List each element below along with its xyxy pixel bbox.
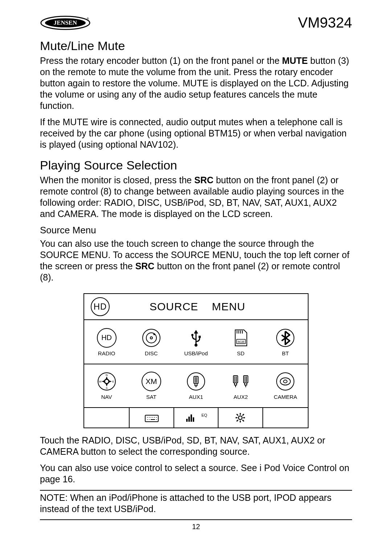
camera-icon — [275, 371, 295, 392]
mute-paragraph-2: If the MUTE wire is connected, audio out… — [40, 116, 352, 150]
svg-rect-32 — [195, 384, 197, 386]
svg-marker-21 — [106, 384, 108, 387]
svg-rect-61 — [193, 417, 194, 422]
svg-point-62 — [238, 416, 242, 420]
svg-rect-56 — [151, 419, 155, 420]
svg-text:E: E — [112, 380, 114, 383]
svg-rect-47 — [145, 415, 158, 422]
hd-badge-icon: HD — [91, 297, 110, 316]
svg-rect-59 — [188, 417, 190, 422]
svg-line-70 — [237, 420, 238, 421]
text: When the monitor is closed, press the — [40, 175, 194, 185]
svg-text:8GB: 8GB — [238, 340, 244, 344]
svg-point-49 — [149, 417, 150, 418]
source-label: BT — [282, 350, 289, 356]
svg-rect-9 — [199, 336, 201, 338]
svg-point-45 — [280, 378, 290, 385]
svg-point-10 — [195, 344, 197, 347]
svg-point-6 — [153, 333, 155, 335]
footer-button-eq[interactable]: EQ — [173, 408, 218, 428]
figure-title-text: SOURCE MENU — [150, 300, 245, 313]
svg-text:S: S — [106, 387, 107, 390]
compass-icon: N S W E — [97, 371, 117, 392]
svg-line-69 — [242, 414, 244, 416]
source-button-usb[interactable]: USB/iPod — [173, 320, 218, 364]
source-button-aux2[interactable]: AUX2 — [219, 364, 263, 407]
text: HD — [97, 328, 117, 348]
svg-line-67 — [237, 414, 238, 416]
eq-label: EQ — [201, 413, 207, 417]
bluetooth-icon — [275, 328, 295, 348]
source-button-camera[interactable]: CAMERA — [263, 364, 308, 407]
text-bold: SRC — [135, 261, 155, 271]
svg-point-44 — [277, 373, 294, 390]
text: XM — [142, 372, 161, 391]
note-rule-top — [40, 490, 352, 491]
source-button-disc[interactable]: DISC — [129, 320, 173, 364]
note-text: NOTE: When an iPod/iPhone is attached to… — [40, 492, 352, 514]
svg-point-46 — [283, 380, 287, 383]
source-label: AUX2 — [234, 394, 248, 400]
source-button-aux1[interactable]: AUX1 — [173, 364, 218, 407]
source-button-sat[interactable]: XM SAT — [129, 364, 173, 407]
svg-rect-60 — [191, 414, 192, 422]
svg-point-53 — [156, 417, 157, 418]
svg-text:N: N — [106, 373, 108, 377]
svg-rect-58 — [186, 419, 188, 422]
source-label: NAV — [101, 394, 112, 400]
source-paragraph-4: You can also use voice control to select… — [40, 462, 352, 485]
footer-button-settings[interactable] — [219, 408, 263, 428]
svg-point-57 — [156, 419, 157, 420]
source-label: USB/iPod — [184, 350, 208, 356]
svg-point-51 — [152, 417, 153, 418]
keyboard-icon — [144, 413, 159, 422]
svg-rect-42 — [245, 383, 247, 385]
source-paragraph-2: You can also use the touch screen to cha… — [40, 238, 352, 283]
usb-icon — [186, 328, 206, 348]
svg-rect-29 — [194, 376, 198, 384]
svg-marker-22 — [102, 380, 105, 383]
svg-point-5 — [150, 337, 152, 339]
footer-button-keyboard[interactable] — [129, 408, 173, 428]
brand-logo-text: JENSEN — [54, 19, 77, 26]
svg-point-8 — [191, 334, 193, 336]
footer-spacer-left — [84, 408, 129, 428]
subheading-source-menu: Source Menu — [40, 225, 352, 236]
svg-point-48 — [147, 417, 148, 418]
hd-radio-icon: HD — [97, 328, 117, 348]
svg-text:®: ® — [87, 17, 89, 20]
svg-rect-34 — [233, 376, 238, 383]
svg-point-55 — [149, 419, 150, 420]
source-button-radio[interactable]: HD RADIO — [84, 320, 129, 364]
footer-spacer-right — [263, 408, 308, 428]
source-label: RADIO — [98, 350, 115, 356]
disc-icon — [141, 328, 162, 348]
page-header: JENSEN ® VM9324 — [40, 15, 352, 31]
model-number: VM9324 — [298, 15, 352, 31]
xm-icon: XM — [141, 371, 162, 392]
svg-rect-39 — [244, 376, 248, 383]
figure-grid: HD RADIO DISC — [84, 320, 308, 407]
source-button-nav[interactable]: N S W E NAV — [84, 364, 129, 407]
sd-card-icon: 8GB — [230, 328, 251, 348]
text-bold: MUTE — [282, 56, 308, 66]
source-button-bt[interactable]: BT — [263, 320, 308, 364]
svg-marker-23 — [109, 380, 112, 383]
svg-point-54 — [147, 419, 148, 420]
document-page: JENSEN ® VM9324 Mute/Line Mute Press the… — [0, 0, 392, 552]
svg-point-52 — [154, 417, 155, 418]
svg-marker-7 — [194, 330, 198, 334]
svg-point-28 — [187, 373, 205, 390]
section-heading-mute: Mute/Line Mute — [40, 39, 352, 53]
figure-title-bar: HD SOURCE MENU — [84, 294, 308, 320]
svg-point-3 — [143, 329, 160, 347]
source-button-sd[interactable]: 8GB SD — [219, 320, 263, 364]
equalizer-icon — [185, 412, 201, 423]
svg-line-68 — [242, 420, 244, 421]
aux-icon — [186, 371, 206, 392]
aux2-icon — [230, 371, 251, 392]
source-label: CAMERA — [274, 394, 297, 400]
mute-paragraph-1: Press the rotary encoder button (1) on t… — [40, 55, 352, 111]
svg-text:W: W — [99, 380, 102, 383]
section-heading-source: Playing Source Selection — [40, 158, 352, 172]
